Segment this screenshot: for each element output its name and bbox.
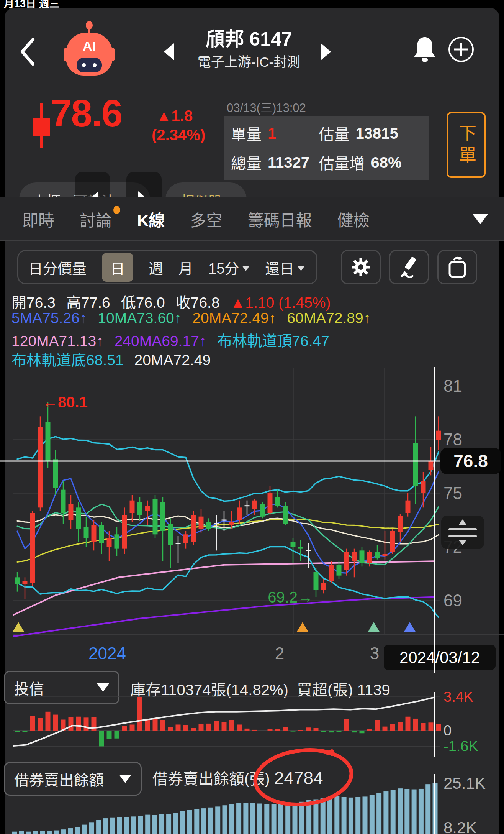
ma120-value: 120MA71.13↑ — [11, 333, 104, 349]
bell-icon[interactable] — [413, 35, 437, 64]
notification-dot — [113, 206, 120, 214]
svg-text:3.4K: 3.4K — [443, 692, 473, 705]
boll-upper-value: 布林軌道頂76.47 — [217, 333, 329, 349]
ai-assistant-icon[interactable]: AI — [64, 24, 114, 78]
ma10-value: 10MA73.60↑ — [98, 310, 182, 326]
ai-visor — [77, 58, 102, 72]
total-vol-label: 總量 — [231, 151, 262, 174]
chart-settings-button[interactable] — [341, 250, 381, 284]
period-month[interactable]: 月 — [178, 257, 193, 278]
status-bar: 月13日 週三 — [0, 0, 504, 8]
svg-text:0: 0 — [443, 722, 452, 739]
open-value: 開76.3 — [11, 294, 56, 311]
volume-stats-box: 單量1 估量13815 總量11327 估量增68% — [224, 116, 429, 180]
more-tabs-icon[interactable] — [473, 214, 488, 224]
svg-text:2024: 2024 — [88, 644, 126, 663]
scale-adjust-button[interactable] — [441, 516, 484, 549]
high-value: 高77.6 — [66, 294, 110, 311]
tab-chips-daily[interactable]: 籌碼日報 — [247, 207, 312, 231]
next-stock-icon[interactable] — [321, 43, 331, 60]
unit-vol-label: 單量 — [231, 122, 262, 144]
period-day-selected[interactable]: 日 — [102, 253, 133, 282]
est-vol-value: 13815 — [356, 125, 398, 142]
gear-icon — [350, 257, 371, 277]
svg-text:25.1K: 25.1K — [443, 774, 486, 792]
price-change: ▲1.8 — [156, 107, 193, 125]
svg-text:←80.1: ←80.1 — [43, 394, 88, 410]
period-15min-dropdown[interactable]: 15分 — [208, 257, 250, 278]
ma-readout-1: 5MA75.26↑10MA73.60↑20MA72.49↑60MA72.89↑ — [11, 310, 502, 327]
ma20-value: 20MA72.49↑ — [192, 310, 276, 326]
tab-realtime[interactable]: 即時 — [22, 207, 54, 231]
rotate-icon — [447, 256, 468, 279]
ma-readout-2: 120MA71.13↑240MA69.17↑布林軌道頂76.47 — [11, 329, 502, 350]
pencil-icon — [399, 256, 419, 278]
header: AI 頎邦 6147 電子上游-IC-封測 — [0, 21, 504, 82]
tab-longshort[interactable]: 多空 — [190, 207, 222, 231]
main-candlestick-chart[interactable]: ←80.169.2→81787572692024232024/03/1276.8 — [0, 366, 504, 673]
quote-divider — [435, 100, 435, 194]
svg-text:69: 69 — [443, 591, 462, 610]
tab-divider — [460, 200, 460, 237]
change-value: ▲1.10 (1.45%) — [231, 294, 331, 311]
period-daily-pv[interactable]: 日分價量 — [28, 257, 87, 278]
ma5-value: 5MA75.26↑ — [11, 310, 87, 326]
price-change-pct: (2.34%) — [152, 126, 205, 144]
handwritten-circle-annotation — [237, 744, 375, 813]
ma240-value: 240MA69.17↑ — [115, 333, 207, 349]
candle-icon — [30, 103, 53, 149]
rotate-screen-button[interactable] — [437, 250, 477, 284]
tab-discussion[interactable]: 討論 — [80, 207, 112, 231]
caret-down-icon — [97, 683, 109, 692]
svg-text:78: 78 — [443, 430, 462, 449]
svg-text:69.2→: 69.2→ — [268, 589, 313, 606]
unit-vol-value: 1 — [268, 125, 276, 142]
status-date: 月13日 週三 — [4, 0, 60, 8]
current-price: 78.6 — [51, 91, 150, 135]
stock-app-screen: { "status_bar": {"text": "月13日 週三"}, "he… — [0, 0, 504, 834]
svg-text:76.8: 76.8 — [453, 451, 488, 471]
svg-text:75: 75 — [443, 484, 462, 502]
svg-text:2024/03/12: 2024/03/12 — [399, 648, 480, 667]
svg-text:-1.6K: -1.6K — [443, 738, 478, 754]
est-inc-value: 68% — [371, 154, 402, 171]
quote-time: 03/13(三)13:02 — [227, 98, 306, 115]
total-vol-value: 11327 — [268, 154, 309, 171]
est-vol-label: 估量 — [319, 122, 350, 144]
period-week[interactable]: 週 — [149, 257, 163, 278]
svg-text:2: 2 — [275, 644, 284, 663]
caret-down-icon — [297, 266, 305, 271]
order-button[interactable]: 下單 — [447, 112, 486, 178]
tab-health-check[interactable]: 健檢 — [337, 207, 369, 231]
stock-category: 電子上游-IC-封測 — [161, 51, 337, 71]
add-watchlist-icon[interactable] — [447, 36, 475, 63]
draw-tool-button[interactable] — [389, 250, 429, 284]
tab-bar: 即時 討論 K線 多空 籌碼日報 健檢 — [0, 197, 504, 241]
ohlc-readout: 開76.3高77.6低76.0收76.8▲1.10 (1.45%) — [11, 291, 502, 312]
period-restore-dropdown[interactable]: 還日 — [265, 257, 305, 278]
svg-text:3: 3 — [370, 644, 379, 663]
stock-title: 頎邦 6147 — [180, 23, 318, 51]
back-icon[interactable] — [18, 37, 36, 66]
svg-text:8.2K: 8.2K — [443, 819, 476, 834]
period-selector: 日分價量 日 週 月 15分 還日 — [17, 250, 317, 284]
close-value: 收76.8 — [176, 294, 220, 311]
tab-kline[interactable]: K線 — [137, 207, 165, 231]
caret-down-icon — [242, 266, 250, 271]
ma60-value: 60MA72.89↑ — [287, 310, 371, 326]
ai-label: AI — [64, 39, 114, 54]
est-inc-label: 估量增 — [319, 151, 365, 174]
svg-text:81: 81 — [443, 376, 462, 395]
low-value: 低76.0 — [121, 294, 165, 311]
